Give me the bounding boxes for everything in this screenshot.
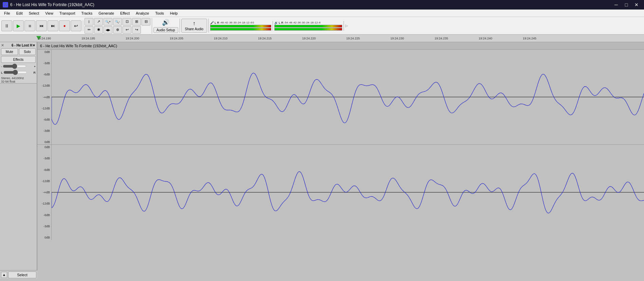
menu-tools[interactable]: Tools [152, 11, 167, 16]
title-bar: 🎵 6 - He Lost His Wife To Fortnite (192k… [0, 0, 644, 10]
time-shift-button[interactable]: ◀▶ [104, 26, 112, 34]
db-3b-l: -3dB [37, 129, 51, 133]
time-ruler: 19:24.190 19:24.195 19:24.200 19:24.205 … [0, 35, 644, 42]
waveform-svg-right[interactable] [52, 145, 644, 240]
ruler-time-0: 19:24.190 [37, 37, 51, 40]
ruler-time-6: 19:24.220 [302, 37, 316, 40]
zoom-out-button[interactable]: 🔍- [113, 18, 122, 25]
effects-button[interactable]: Effects [1, 56, 36, 63]
output-lr-label: L R [279, 21, 283, 24]
menu-generate[interactable]: Generate [96, 11, 117, 16]
gain-min-label: - [1, 65, 2, 68]
ruler-time-10: 19:24.240 [479, 37, 492, 40]
output-vu-meter: 🔊 L R -54-48-42-36-30-24-18-12-6 [274, 21, 344, 31]
track-info: Stereo, 44100Hz 32-bit float [1, 76, 36, 83]
menu-analyze[interactable]: Analyze [133, 11, 152, 16]
input-lr-label: L R [215, 21, 219, 24]
track-sample-rate: Stereo, 44100Hz [1, 76, 24, 80]
menu-bar: File Edit Select View Transport Tracks G… [0, 10, 644, 17]
playback-indicator: ▷ [345, 24, 348, 28]
db-0-top-r: 0dB [37, 145, 51, 149]
db-labels-right: 0dB -3dB -6dB -12dB -∞dB -12dB -6dB -3dB… [37, 145, 52, 240]
skip-end-button[interactable]: ⏭ [48, 20, 58, 31]
envelope-tool-button[interactable]: ↗ [94, 18, 103, 25]
transport-controls: ⏸ ▶ ■ ⏮ ⏭ ● ↩ [1, 20, 83, 31]
menu-view[interactable]: View [42, 11, 56, 16]
menu-file[interactable]: File [1, 11, 13, 16]
select-tool-button[interactable]: I [85, 18, 93, 25]
gain-row: - + [1, 64, 36, 69]
maximize-button[interactable]: □ [622, 0, 631, 10]
track-mute-solo: Mute Solo [1, 48, 36, 55]
solo-button[interactable]: Solo [19, 48, 36, 55]
close-button[interactable]: ✕ [632, 0, 641, 10]
db-inf-r: -∞dB [37, 191, 51, 194]
stop-button[interactable]: ■ [24, 20, 35, 31]
draw-tool-button[interactable]: ✏ [85, 26, 93, 34]
gain-slider-container [3, 64, 33, 69]
tool-buttons: I ↗ 🔍+ 🔍- ⊡ ⊞ ⊟ ✏ ✱ ◀▶ ⊕ ↩ ↪ [85, 18, 152, 34]
menu-transport[interactable]: Transport [57, 11, 78, 16]
window-controls: ─ □ ✕ [611, 0, 641, 10]
waveform-channel-right[interactable]: 0dB -3dB -6dB -12dB -∞dB -12dB -6dB -3dB… [37, 145, 644, 240]
zoom-in-button[interactable]: 🔍+ [104, 18, 112, 25]
track-close-button[interactable]: ✕ [1, 43, 4, 48]
skip-start-button[interactable]: ⏮ [36, 20, 47, 31]
pan-right-label: R [34, 71, 36, 74]
db-0-top-l: 0dB [37, 50, 51, 54]
speaker-icon: 🔊 [274, 21, 278, 24]
mute-button[interactable]: Mute [1, 48, 18, 55]
fit-project-button[interactable]: ⊡ [123, 18, 131, 25]
minimize-button[interactable]: ─ [611, 0, 621, 10]
db-6b-r: -6dB [37, 213, 51, 217]
share-audio-button[interactable]: ↑ Share Audio [181, 19, 207, 33]
play-button[interactable]: ▶ [13, 20, 24, 31]
gain-slider[interactable] [3, 64, 26, 69]
db-0-bot-r: 0dB [37, 236, 51, 239]
redo-button[interactable]: ↪ [132, 26, 141, 34]
menu-effect[interactable]: Effect [117, 11, 132, 16]
db-6b-l: -6dB [37, 118, 51, 121]
loop-button[interactable]: ↩ [71, 20, 81, 31]
menu-select[interactable]: Select [26, 11, 42, 16]
waveform-svg-left[interactable] [52, 50, 644, 144]
db-12b-l: -12dB [37, 107, 51, 110]
db-6-l: -6dB [37, 73, 51, 76]
app-icon: 🎵 [3, 2, 8, 7]
db-12-l: -12dB [37, 84, 51, 87]
menu-tracks[interactable]: Tracks [79, 11, 95, 16]
pan-left-label: L [1, 71, 3, 74]
multi-tool-button[interactable]: ✱ [94, 26, 103, 34]
db-3b-r: -3dB [37, 225, 51, 228]
db-3-r: -3dB [37, 157, 51, 160]
ruler-time-11: 19:24.245 [523, 37, 536, 40]
zoom-toggle-button[interactable]: ⊟ [142, 18, 150, 25]
track-bit-depth: 32-bit float [1, 80, 15, 83]
share-audio-label: Share Audio [185, 27, 204, 31]
menu-help[interactable]: Help [167, 11, 181, 16]
ruler-time-1: 19:24.195 [81, 37, 95, 40]
db-0-bot-l: 0dB [37, 140, 51, 144]
share-audio-group: ↑ Share Audio [181, 19, 209, 33]
audio-setup-icon: 🔊 [162, 19, 169, 26]
collapse-button[interactable]: ▲ [1, 272, 7, 278]
waveform-area: 6 - He Lost His Wife To Fortnite (192kbi… [37, 42, 644, 279]
menu-edit[interactable]: Edit [14, 11, 25, 16]
undo-button[interactable]: ↩ [123, 26, 131, 34]
record-button[interactable]: ● [59, 20, 70, 31]
ruler-time-7: 19:24.225 [346, 37, 360, 40]
pause-button[interactable]: ⏸ [1, 20, 12, 31]
share-audio-icon: ↑ [193, 20, 196, 27]
ruler-time-4: 19:24.210 [214, 37, 227, 40]
db-6-r: -6dB [37, 168, 51, 172]
ruler-time-5: 19:24.215 [258, 37, 272, 40]
track-name-row: ✕ 6 - He Lost H▼ [1, 43, 36, 48]
waveform-channel-left[interactable]: 0dB -3dB -6dB -12dB -∞dB -12dB -6dB -3dB… [37, 50, 644, 145]
track-panel: ✕ 6 - He Lost H▼ Mute Solo Effects - + L [0, 42, 37, 279]
multi2-tool-button[interactable]: ⊕ [113, 26, 122, 34]
audio-setup-button[interactable]: Audio Setup [153, 27, 178, 33]
select-button[interactable]: Select [8, 271, 36, 278]
pan-slider[interactable] [3, 70, 27, 75]
main-content: ✕ 6 - He Lost H▼ Mute Solo Effects - + L [0, 42, 644, 279]
zoom-sel-button[interactable]: ⊞ [132, 18, 141, 25]
